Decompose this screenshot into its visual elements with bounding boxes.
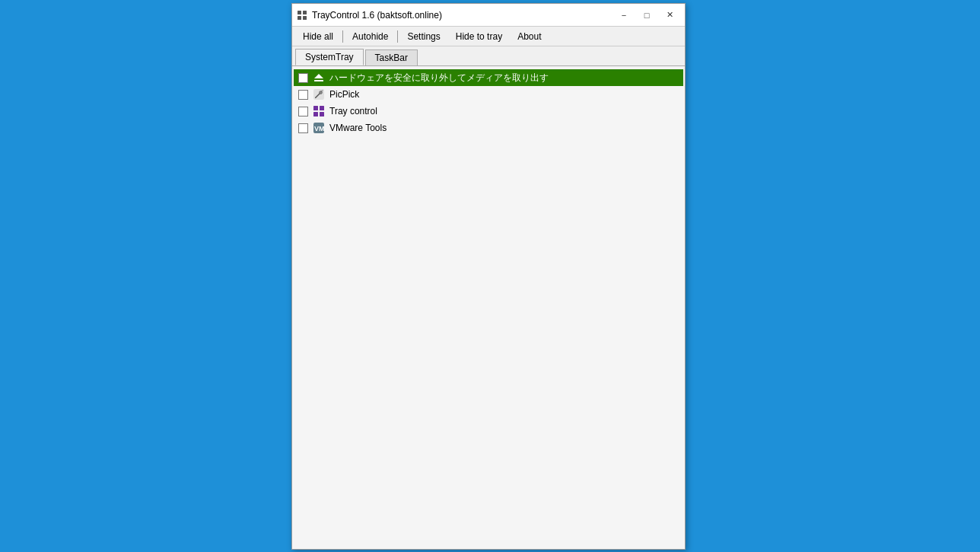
svg-rect-4 (314, 80, 323, 81)
list-item[interactable]: Tray control (294, 103, 683, 120)
tab-taskbar[interactable]: TaskBar (365, 49, 418, 65)
menu-separator-2 (397, 30, 398, 43)
content-area: ハードウェアを安全に取り外してメディアを取り出す PicPick (292, 66, 685, 549)
tab-bar: SystemTray TaskBar (292, 46, 685, 66)
item-checkbox-hardware[interactable] (298, 73, 308, 83)
svg-rect-1 (303, 11, 307, 14)
window-title: TrayControl 1.6 (baktsoft.online) (312, 10, 442, 21)
list-item[interactable]: PicPick (294, 86, 683, 103)
svg-rect-2 (298, 16, 301, 20)
list-item[interactable]: VM VMware Tools (294, 120, 683, 136)
traycontrol-icon (313, 105, 325, 117)
minimize-button[interactable]: − (613, 8, 635, 23)
title-bar-controls: − □ ✕ (613, 8, 680, 23)
list-item[interactable]: ハードウェアを安全に取り外してメディアを取り出す (294, 69, 683, 86)
title-bar-left: TrayControl 1.6 (baktsoft.online) (297, 10, 442, 21)
menu-autohide[interactable]: Autohide (345, 28, 396, 45)
main-window: TrayControl 1.6 (baktsoft.online) − □ ✕ … (291, 3, 686, 550)
picpick-icon (313, 88, 325, 101)
eject-icon (313, 72, 325, 84)
title-bar: TrayControl 1.6 (baktsoft.online) − □ ✕ (292, 4, 685, 27)
svg-rect-12 (320, 112, 324, 116)
maximize-button[interactable]: □ (636, 8, 657, 23)
item-label-vmware: VMware Tools (329, 123, 387, 133)
svg-rect-9 (313, 106, 318, 110)
svg-marker-5 (314, 74, 323, 78)
item-label-picpick: PicPick (329, 89, 359, 100)
menu-bar: Hide all Autohide Settings Hide to tray … (292, 27, 685, 46)
item-label-hardware: ハードウェアを安全に取り外してメディアを取り出す (329, 72, 549, 85)
menu-settings[interactable]: Settings (399, 28, 447, 45)
menu-about[interactable]: About (510, 28, 549, 45)
svg-rect-0 (298, 11, 301, 14)
vmware-icon: VM (313, 122, 325, 134)
item-checkbox-vmware[interactable] (298, 123, 308, 133)
svg-rect-11 (313, 112, 318, 116)
svg-text:VM: VM (314, 125, 325, 132)
menu-hide-to-tray[interactable]: Hide to tray (448, 28, 510, 45)
close-button[interactable]: ✕ (659, 8, 680, 23)
app-icon (297, 10, 307, 21)
item-checkbox-traycontrol[interactable] (298, 107, 308, 116)
menu-separator-1 (342, 30, 343, 43)
item-checkbox-picpick[interactable] (298, 90, 308, 100)
svg-rect-3 (303, 16, 307, 20)
menu-hide-all[interactable]: Hide all (295, 28, 341, 45)
item-label-traycontrol: Tray control (329, 106, 377, 116)
tab-system-tray[interactable]: SystemTray (295, 49, 364, 65)
svg-rect-10 (320, 106, 324, 110)
